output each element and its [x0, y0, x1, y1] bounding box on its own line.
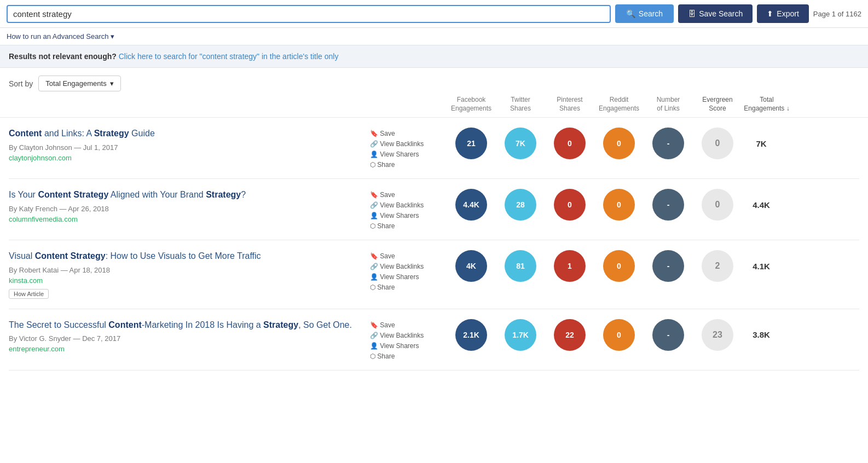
facebook-circle: 4K	[455, 250, 487, 282]
view-backlinks-action[interactable]: 🔗 View Backlinks	[370, 263, 447, 270]
article-domain[interactable]: entrepreneur.com	[9, 345, 370, 353]
article-meta: By Victor G. Snyder — Dec 7, 2017	[9, 334, 370, 343]
search-input-wrap[interactable]	[7, 5, 611, 23]
share-action[interactable]: ⬡ Share	[370, 222, 447, 230]
view-sharers-action[interactable]: 👤 View Sharers	[370, 212, 447, 219]
table-row: Visual Content Strategy: How to Use Visu…	[9, 240, 859, 309]
table-row: Content and Links: A Strategy GuideBy Cl…	[9, 118, 859, 179]
title-highlight: Content Strategy	[35, 251, 106, 261]
article-info: Visual Content Strategy: How to Use Visu…	[9, 250, 370, 298]
save-action[interactable]: 🔖 Save	[370, 252, 447, 260]
view-backlinks-action[interactable]: 🔗 View Backlinks	[370, 332, 447, 339]
reddit-metric: 0	[594, 128, 644, 159]
links-metric: -	[644, 250, 693, 282]
evergreen-metric: 0	[693, 189, 742, 221]
article-meta: By Robert Katai — Apr 18, 2018	[9, 266, 370, 274]
twitter-metric: 28	[496, 189, 545, 221]
table-row: Is Your Content Strategy Aligned with Yo…	[9, 179, 859, 240]
total-metric: 4.4K	[742, 200, 780, 210]
facebook-metric: 4K	[447, 250, 496, 282]
article-info: Is Your Content Strategy Aligned with Yo…	[9, 189, 370, 225]
search-input[interactable]	[13, 9, 604, 19]
reddit-col-header: RedditEngagements	[594, 96, 644, 113]
export-label: Export	[777, 9, 798, 18]
links-metric: -	[644, 128, 693, 159]
page-info: Page 1 of 1162	[813, 10, 861, 18]
title-highlight: Strategy	[206, 190, 241, 199]
evergreen-metric: 2	[693, 250, 742, 282]
evergreen-circle: 23	[702, 319, 733, 351]
sort-label: Sort by	[9, 79, 33, 88]
search-button-label: Search	[639, 9, 663, 18]
evergreen-col-header: EvergreenScore	[693, 96, 742, 113]
search-button[interactable]: 🔍 Search	[615, 4, 674, 23]
sort-dropdown[interactable]: Total Engagements ▾	[38, 76, 120, 91]
article-actions: 🔖 Save🔗 View Backlinks👤 View Sharers⬡ Sh…	[370, 319, 447, 360]
view-sharers-action[interactable]: 👤 View Sharers	[370, 151, 447, 158]
article-actions: 🔖 Save🔗 View Backlinks👤 View Sharers⬡ Sh…	[370, 189, 447, 230]
article-title[interactable]: The Secret to Successful Content-Marketi…	[9, 319, 370, 331]
title-highlight: Content	[9, 129, 42, 138]
article-actions: 🔖 Save🔗 View Backlinks👤 View Sharers⬡ Sh…	[370, 250, 447, 291]
article-metrics: 4.4K2800-04.4K	[447, 189, 859, 221]
twitter-circle: 81	[505, 250, 536, 282]
facebook-metric: 4.4K	[447, 189, 496, 221]
pinterest-circle: 22	[554, 319, 586, 351]
reddit-metric: 0	[594, 189, 644, 221]
title-highlight: Strategy	[94, 129, 129, 138]
article-title[interactable]: Visual Content Strategy: How to Use Visu…	[9, 250, 370, 262]
advanced-search-toggle[interactable]: How to run an Advanced Search ▾	[0, 28, 868, 45]
reddit-circle: 0	[603, 250, 635, 282]
pinterest-col-header: PinterestShares	[545, 96, 594, 113]
article-title[interactable]: Content and Links: A Strategy Guide	[9, 128, 370, 140]
article-domain[interactable]: claytonjohnson.com	[9, 154, 370, 162]
pinterest-metric: 0	[545, 189, 594, 221]
total-col-header: TotalEngagements ↓	[742, 96, 791, 113]
title-search-banner: Results not relevant enough? Click here …	[0, 45, 868, 68]
view-sharers-action[interactable]: 👤 View Sharers	[370, 273, 447, 281]
article-metrics: 4K8110-24.1K	[447, 250, 859, 282]
links-circle: -	[652, 128, 684, 159]
share-action[interactable]: ⬡ Share	[370, 352, 447, 360]
twitter-col-header: TwitterShares	[496, 96, 545, 113]
twitter-circle: 28	[505, 189, 536, 221]
pinterest-metric: 22	[545, 319, 594, 351]
facebook-col-header: FacebookEngagements	[447, 96, 496, 113]
save-search-button[interactable]: 🗄 Save Search	[678, 4, 753, 23]
article-info: The Secret to Successful Content-Marketi…	[9, 319, 370, 355]
export-button[interactable]: ⬆ Export	[757, 4, 808, 23]
save-action[interactable]: 🔖 Save	[370, 130, 447, 137]
title-highlight: Content Strategy	[38, 190, 108, 199]
article-domain[interactable]: kinsta.com	[9, 276, 370, 285]
share-action[interactable]: ⬡ Share	[370, 161, 447, 169]
banner-prefix: Results not relevant enough?	[9, 52, 117, 61]
title-highlight: Strategy	[263, 320, 298, 329]
pinterest-circle: 1	[554, 250, 586, 282]
save-action[interactable]: 🔖 Save	[370, 191, 447, 199]
table-row: The Secret to Successful Content-Marketi…	[9, 309, 859, 371]
share-action[interactable]: ⬡ Share	[370, 283, 447, 291]
title-highlight: Content	[108, 320, 141, 329]
save-action[interactable]: 🔖 Save	[370, 321, 447, 329]
evergreen-circle: 2	[702, 250, 733, 282]
evergreen-circle: 0	[702, 128, 733, 159]
facebook-metric: 2.1K	[447, 319, 496, 351]
article-meta: By Clayton Johnson — Jul 1, 2017	[9, 143, 370, 152]
article-domain[interactable]: columnfivemedia.com	[9, 215, 370, 223]
view-backlinks-action[interactable]: 🔗 View Backlinks	[370, 201, 447, 209]
reddit-metric: 0	[594, 319, 644, 351]
article-info: Content and Links: A Strategy GuideBy Cl…	[9, 128, 370, 164]
links-col-header: Numberof Links	[644, 96, 693, 113]
view-backlinks-action[interactable]: 🔗 View Backlinks	[370, 140, 447, 148]
article-tag: How Article	[9, 289, 49, 299]
pinterest-circle: 0	[554, 189, 586, 221]
twitter-circle: 1.7K	[505, 319, 536, 351]
total-metric: 4.1K	[742, 262, 780, 271]
article-actions: 🔖 Save🔗 View Backlinks👤 View Sharers⬡ Sh…	[370, 128, 447, 169]
article-title[interactable]: Is Your Content Strategy Aligned with Yo…	[9, 189, 370, 201]
advanced-search-label: How to run an Advanced Search	[7, 32, 108, 40]
banner-link[interactable]: Click here to search for "content strate…	[119, 52, 339, 61]
links-metric: -	[644, 189, 693, 221]
evergreen-metric: 23	[693, 319, 742, 351]
view-sharers-action[interactable]: 👤 View Sharers	[370, 342, 447, 350]
